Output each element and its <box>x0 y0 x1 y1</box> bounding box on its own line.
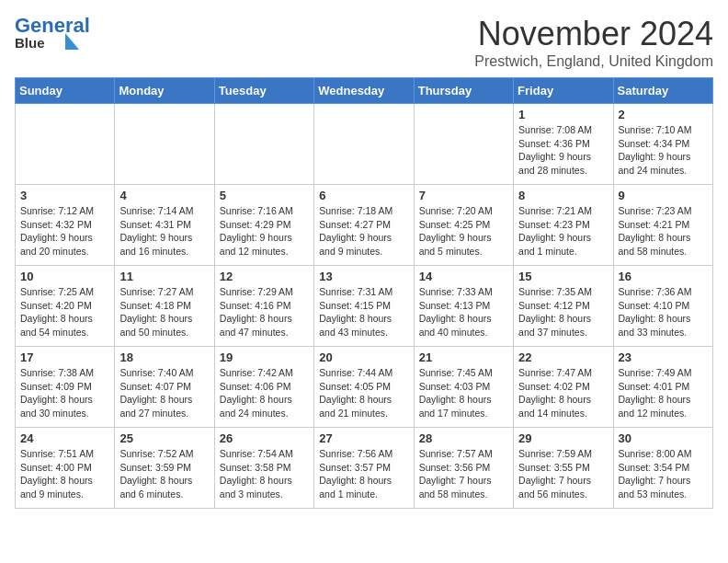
calendar-cell: 21Sunrise: 7:45 AM Sunset: 4:03 PM Dayli… <box>414 347 513 428</box>
calendar-cell: 5Sunrise: 7:16 AM Sunset: 4:29 PM Daylig… <box>214 185 313 266</box>
day-info: Sunrise: 7:16 AM Sunset: 4:29 PM Dayligh… <box>220 204 309 259</box>
day-info: Sunrise: 7:08 AM Sunset: 4:36 PM Dayligh… <box>518 123 608 178</box>
day-info: Sunrise: 7:42 AM Sunset: 4:06 PM Dayligh… <box>220 366 309 420</box>
day-info: Sunrise: 7:25 AM Sunset: 4:20 PM Dayligh… <box>20 285 109 339</box>
header-sunday: Sunday <box>16 78 115 104</box>
day-info: Sunrise: 7:14 AM Sunset: 4:31 PM Dayligh… <box>119 204 209 259</box>
day-number: 14 <box>419 270 508 283</box>
day-info: Sunrise: 7:45 AM Sunset: 4:03 PM Dayligh… <box>419 366 508 420</box>
calendar-cell: 28Sunrise: 7:57 AM Sunset: 3:56 PM Dayli… <box>414 428 513 509</box>
calendar-cell: 13Sunrise: 7:31 AM Sunset: 4:15 PM Dayli… <box>314 266 414 347</box>
calendar-cell: 1Sunrise: 7:08 AM Sunset: 4:36 PM Daylig… <box>514 104 613 185</box>
day-info: Sunrise: 7:44 AM Sunset: 4:05 PM Dayligh… <box>319 366 408 420</box>
day-info: Sunrise: 7:18 AM Sunset: 4:27 PM Dayligh… <box>319 204 408 259</box>
calendar-week-0: 1Sunrise: 7:08 AM Sunset: 4:36 PM Daylig… <box>16 104 713 185</box>
calendar-cell <box>414 104 513 185</box>
day-number: 3 <box>20 189 109 202</box>
day-number: 7 <box>419 189 508 202</box>
day-number: 1 <box>518 108 608 121</box>
calendar-week-1: 3Sunrise: 7:12 AM Sunset: 4:32 PM Daylig… <box>16 185 713 266</box>
day-info: Sunrise: 7:29 AM Sunset: 4:16 PM Dayligh… <box>220 285 309 339</box>
header-wednesday: Wednesday <box>314 78 414 104</box>
day-info: Sunrise: 7:49 AM Sunset: 4:01 PM Dayligh… <box>619 366 708 420</box>
day-number: 25 <box>119 431 209 445</box>
month-title: November 2024 <box>474 15 713 53</box>
calendar-cell: 26Sunrise: 7:54 AM Sunset: 3:58 PM Dayli… <box>214 428 313 509</box>
header-friday: Friday <box>514 78 613 104</box>
day-number: 12 <box>220 270 309 283</box>
day-number: 30 <box>619 431 708 445</box>
calendar-cell: 27Sunrise: 7:56 AM Sunset: 3:57 PM Dayli… <box>314 428 414 509</box>
day-info: Sunrise: 7:12 AM Sunset: 4:32 PM Dayligh… <box>20 204 109 259</box>
calendar-table: Sunday Monday Tuesday Wednesday Thursday… <box>15 77 713 509</box>
calendar-cell: 9Sunrise: 7:23 AM Sunset: 4:21 PM Daylig… <box>613 185 712 266</box>
header-saturday: Saturday <box>613 78 712 104</box>
day-info: Sunrise: 7:38 AM Sunset: 4:09 PM Dayligh… <box>20 366 109 420</box>
day-info: Sunrise: 7:27 AM Sunset: 4:18 PM Dayligh… <box>119 285 209 339</box>
calendar-cell: 24Sunrise: 7:51 AM Sunset: 4:00 PM Dayli… <box>16 428 115 509</box>
logo-text: General <box>15 14 90 37</box>
day-info: Sunrise: 7:57 AM Sunset: 3:56 PM Dayligh… <box>419 447 508 501</box>
calendar-week-4: 24Sunrise: 7:51 AM Sunset: 4:00 PM Dayli… <box>16 428 713 509</box>
day-info: Sunrise: 7:33 AM Sunset: 4:13 PM Dayligh… <box>419 285 508 339</box>
day-info: Sunrise: 8:00 AM Sunset: 3:54 PM Dayligh… <box>619 447 708 501</box>
day-info: Sunrise: 7:23 AM Sunset: 4:21 PM Dayligh… <box>619 204 708 259</box>
day-number: 19 <box>220 350 309 364</box>
day-number: 27 <box>319 431 408 445</box>
day-number: 21 <box>419 350 508 364</box>
calendar-cell: 17Sunrise: 7:38 AM Sunset: 4:09 PM Dayli… <box>16 347 115 428</box>
header-tuesday: Tuesday <box>214 78 313 104</box>
day-number: 15 <box>518 270 608 283</box>
page-header: General Blue November 2024 Prestwich, En… <box>15 15 713 70</box>
day-info: Sunrise: 7:51 AM Sunset: 4:00 PM Dayligh… <box>20 447 109 501</box>
day-info: Sunrise: 7:59 AM Sunset: 3:55 PM Dayligh… <box>518 447 608 501</box>
day-number: 11 <box>119 270 209 283</box>
calendar-cell: 8Sunrise: 7:21 AM Sunset: 4:23 PM Daylig… <box>514 185 613 266</box>
calendar-cell: 19Sunrise: 7:42 AM Sunset: 4:06 PM Dayli… <box>214 347 313 428</box>
calendar-cell <box>16 104 115 185</box>
calendar-cell: 20Sunrise: 7:44 AM Sunset: 4:05 PM Dayli… <box>314 347 414 428</box>
calendar-cell: 14Sunrise: 7:33 AM Sunset: 4:13 PM Dayli… <box>414 266 513 347</box>
calendar-week-2: 10Sunrise: 7:25 AM Sunset: 4:20 PM Dayli… <box>16 266 713 347</box>
calendar-cell <box>115 104 214 185</box>
calendar-cell: 4Sunrise: 7:14 AM Sunset: 4:31 PM Daylig… <box>115 185 214 266</box>
day-info: Sunrise: 7:54 AM Sunset: 3:58 PM Dayligh… <box>220 447 309 501</box>
header-thursday: Thursday <box>414 78 513 104</box>
day-info: Sunrise: 7:10 AM Sunset: 4:34 PM Dayligh… <box>619 123 708 178</box>
logo: General Blue <box>15 15 90 52</box>
title-section: November 2024 Prestwich, England, United… <box>474 15 713 70</box>
header-monday: Monday <box>115 78 214 104</box>
calendar-cell: 30Sunrise: 8:00 AM Sunset: 3:54 PM Dayli… <box>613 428 712 509</box>
calendar-cell: 18Sunrise: 7:40 AM Sunset: 4:07 PM Dayli… <box>115 347 214 428</box>
day-info: Sunrise: 7:35 AM Sunset: 4:12 PM Dayligh… <box>518 285 608 339</box>
day-info: Sunrise: 7:47 AM Sunset: 4:02 PM Dayligh… <box>518 366 608 420</box>
calendar-week-3: 17Sunrise: 7:38 AM Sunset: 4:09 PM Dayli… <box>16 347 713 428</box>
calendar-cell: 2Sunrise: 7:10 AM Sunset: 4:34 PM Daylig… <box>613 104 712 185</box>
calendar-cell: 15Sunrise: 7:35 AM Sunset: 4:12 PM Dayli… <box>514 266 613 347</box>
day-number: 23 <box>619 350 708 364</box>
day-info: Sunrise: 7:52 AM Sunset: 3:59 PM Dayligh… <box>119 447 209 501</box>
days-header-row: Sunday Monday Tuesday Wednesday Thursday… <box>16 78 713 104</box>
day-number: 16 <box>619 270 708 283</box>
day-info: Sunrise: 7:20 AM Sunset: 4:25 PM Dayligh… <box>419 204 508 259</box>
day-number: 13 <box>319 270 408 283</box>
calendar-cell: 29Sunrise: 7:59 AM Sunset: 3:55 PM Dayli… <box>514 428 613 509</box>
day-info: Sunrise: 7:56 AM Sunset: 3:57 PM Dayligh… <box>319 447 408 501</box>
calendar-cell: 11Sunrise: 7:27 AM Sunset: 4:18 PM Dayli… <box>115 266 214 347</box>
day-number: 18 <box>119 350 209 364</box>
svg-text:Blue: Blue <box>15 35 45 51</box>
day-number: 20 <box>319 350 408 364</box>
day-info: Sunrise: 7:31 AM Sunset: 4:15 PM Dayligh… <box>319 285 408 339</box>
day-info: Sunrise: 7:40 AM Sunset: 4:07 PM Dayligh… <box>119 366 209 420</box>
day-number: 8 <box>518 189 608 202</box>
day-number: 6 <box>319 189 408 202</box>
day-number: 9 <box>619 189 708 202</box>
calendar-cell: 23Sunrise: 7:49 AM Sunset: 4:01 PM Dayli… <box>613 347 712 428</box>
day-number: 26 <box>220 431 309 445</box>
day-info: Sunrise: 7:21 AM Sunset: 4:23 PM Dayligh… <box>518 204 608 259</box>
calendar-cell: 22Sunrise: 7:47 AM Sunset: 4:02 PM Dayli… <box>514 347 613 428</box>
calendar-cell: 10Sunrise: 7:25 AM Sunset: 4:20 PM Dayli… <box>16 266 115 347</box>
day-number: 22 <box>518 350 608 364</box>
day-number: 24 <box>20 431 109 445</box>
calendar-cell <box>314 104 414 185</box>
